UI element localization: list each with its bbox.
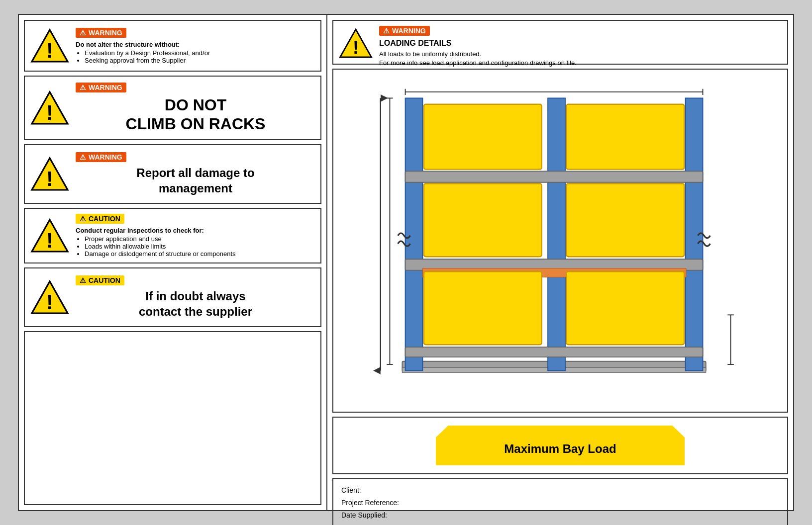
- svg-text:!: !: [46, 167, 53, 190]
- left-panel: ! ⚠ WARNING Do not alter the structure w…: [19, 15, 327, 510]
- svg-rect-35: [424, 104, 542, 170]
- loading-detail-text2: For more info see load application and c…: [379, 59, 577, 68]
- bullet-4-1: Proper application and use: [85, 235, 315, 243]
- caution-text-4: Conduct regular inspections to check for…: [76, 227, 315, 258]
- bullet-1-1: Evaluation by a Design Professional, and…: [85, 49, 315, 57]
- warning-box-3: ! ⚠ WARNING Report all damage tomanageme…: [24, 144, 321, 204]
- rack-svg: [343, 80, 777, 402]
- loading-details-content: ⚠ WARNING LOADING DETAILS All loads to b…: [379, 26, 577, 68]
- badge-exclaim-2: ⚠: [80, 84, 86, 91]
- max-bay-shape: Maximum Bay Load: [436, 426, 685, 465]
- warning-main-text-1: Do not alter the structure without:: [76, 41, 315, 48]
- svg-rect-33: [406, 347, 703, 357]
- badge-exclaim-5: ⚠: [80, 276, 86, 284]
- svg-rect-39: [424, 271, 542, 345]
- caution-box-5: ! ⚠ CAUTION If in doubt alwayscontact th…: [24, 267, 321, 327]
- caution-box-4: ! ⚠ CAUTION Conduct regular inspections …: [24, 208, 321, 263]
- right-panel: ! ⚠ WARNING LOADING DETAILS All loads to…: [327, 15, 793, 510]
- caution-title-5: If in doubt alwayscontact the supplier: [76, 288, 315, 319]
- bullet-4-3: Damage or dislodgement of structure or c…: [85, 250, 315, 258]
- svg-rect-30: [548, 98, 565, 370]
- badge-label-5: CAUTION: [89, 276, 120, 284]
- badge-exclaim-1: ⚠: [80, 29, 86, 37]
- right-header: ! ⚠ WARNING LOADING DETAILS All loads to…: [332, 20, 788, 65]
- client-line: Client:: [341, 484, 779, 497]
- page: ! ⚠ WARNING Do not alter the structure w…: [18, 14, 794, 511]
- caution-triangle-icon-4: !: [30, 216, 70, 256]
- caution-main-text-4: Conduct regular inspections to check for…: [76, 227, 315, 234]
- warning-text-1: Do not alter the structure without: Eval…: [76, 41, 315, 64]
- svg-rect-36: [566, 104, 684, 170]
- warning-triangle-icon-3: !: [30, 154, 70, 194]
- warning-triangle-icon-1: !: [30, 26, 70, 66]
- svg-text:!: !: [353, 37, 359, 58]
- caution-triangle-icon-5: !: [30, 277, 70, 317]
- svg-rect-40: [566, 271, 684, 345]
- max-bay-load-box: Maximum Bay Load: [332, 417, 788, 474]
- warning-badge-right: ⚠ WARNING: [379, 26, 430, 36]
- caution-bullets-4: Proper application and use Loads within …: [76, 235, 315, 258]
- badge-label-1: WARNING: [89, 29, 122, 37]
- svg-rect-38: [566, 183, 684, 257]
- warning-title-3: Report all damage tomanagement: [76, 165, 315, 196]
- warning-triangle-icon-2: !: [30, 88, 70, 128]
- svg-rect-28: [406, 98, 423, 370]
- svg-text:!: !: [46, 39, 53, 62]
- badge-label-right: WARNING: [392, 27, 426, 35]
- client-info: Client: Project Reference: Date Supplied…: [332, 478, 788, 525]
- max-bay-load-label: Maximum Bay Load: [504, 435, 616, 456]
- warning-1-content: ⚠ WARNING Do not alter the structure wit…: [76, 28, 315, 64]
- loading-detail-text1: All loads to be uniformly distributed.: [379, 50, 577, 59]
- warning-badge-2: ⚠ WARNING: [76, 83, 126, 92]
- svg-text:!: !: [46, 229, 53, 252]
- warning-2-content: ⚠ WARNING DO NOTCLIMB ON RACKS: [76, 83, 315, 134]
- warning-badge-3: ⚠ WARNING: [76, 152, 126, 162]
- warning-box-1: ! ⚠ WARNING Do not alter the structure w…: [24, 20, 321, 72]
- warning-badge-1: ⚠ WARNING: [76, 28, 126, 38]
- badge-exclaim-4: ⚠: [80, 215, 86, 223]
- svg-text:!: !: [46, 290, 53, 314]
- caution-badge-5: ⚠ CAUTION: [76, 275, 124, 285]
- badge-label-3: WARNING: [89, 153, 122, 161]
- empty-box: [24, 331, 321, 505]
- caution-4-content: ⚠ CAUTION Conduct regular inspections to…: [76, 214, 315, 258]
- caution-badge-4: ⚠ CAUTION: [76, 214, 124, 224]
- badge-exclaim-right: ⚠: [383, 27, 390, 35]
- caution-5-content: ⚠ CAUTION If in doubt alwayscontact the …: [76, 275, 315, 319]
- bullet-4-2: Loads within allowable limits: [85, 243, 315, 250]
- project-line: Project Reference:: [341, 497, 779, 509]
- rack-diagram: [332, 69, 788, 413]
- date-line: Date Supplied:: [341, 509, 779, 522]
- warning-3-content: ⚠ WARNING Report all damage tomanagement: [76, 152, 315, 196]
- bullet-1-2: Seeking approval from the Supplier: [85, 57, 315, 64]
- warning-title-2: DO NOTCLIMB ON RACKS: [76, 95, 315, 134]
- badge-label-4: CAUTION: [89, 215, 120, 223]
- svg-rect-29: [686, 98, 703, 370]
- badge-exclaim-3: ⚠: [80, 153, 86, 161]
- svg-rect-31: [406, 171, 703, 182]
- warning-bullets-1: Evaluation by a Design Professional, and…: [76, 49, 315, 64]
- svg-rect-37: [424, 183, 542, 257]
- loading-detail-title: LOADING DETAILS: [379, 39, 577, 48]
- warning-triangle-icon-right: !: [338, 26, 373, 61]
- warning-box-2: ! ⚠ WARNING DO NOTCLIMB ON RACKS: [24, 76, 321, 140]
- svg-text:!: !: [46, 101, 53, 124]
- badge-label-2: WARNING: [89, 84, 122, 91]
